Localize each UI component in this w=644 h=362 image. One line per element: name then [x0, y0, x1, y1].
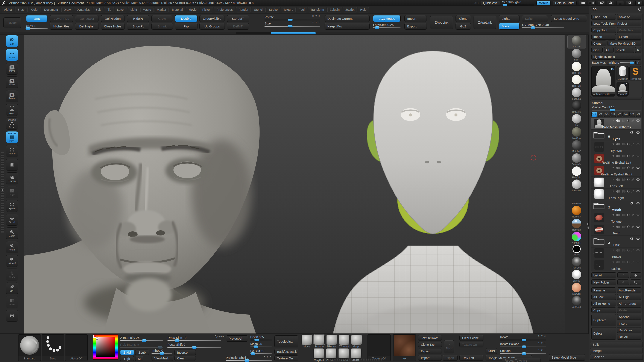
- material-reflecte[interactable]: Reflecte: [568, 101, 586, 114]
- sdiv-slider[interactable]: SDiv 1: [26, 23, 48, 29]
- paint-icon[interactable]: [631, 143, 634, 146]
- menus-toggle-button[interactable]: Menus: [536, 1, 550, 5]
- restore-config-icon[interactable]: [638, 7, 642, 11]
- uv-toggle-icon[interactable]: [622, 155, 626, 157]
- merge-down-icon[interactable]: [612, 178, 615, 181]
- menu-movie[interactable]: Movie: [186, 7, 199, 12]
- projectall-button[interactable]: ProjectAll: [226, 336, 248, 342]
- brush-preset-move[interactable]: Move: [301, 335, 312, 348]
- dock-left-icon[interactable]: [598, 1, 605, 5]
- polypaint-toggle-icon[interactable]: [616, 155, 620, 157]
- menu-document[interactable]: Document: [42, 7, 60, 12]
- simplebrush-tool-thumbnail[interactable]: SSimpleB: [630, 66, 642, 81]
- import-texture-button[interactable]: Import: [418, 355, 442, 361]
- left-tool-scale[interactable]: SScale: [6, 76, 18, 88]
- menu-edit[interactable]: Edit: [93, 7, 103, 12]
- polypaint-toggle-icon[interactable]: [616, 261, 620, 263]
- left-tool-draw[interactable]: Draw: [6, 49, 18, 61]
- duplicate-button[interactable]: Duplicate: [592, 314, 616, 327]
- zapplink2-button[interactable]: ZAppLink: [474, 16, 496, 29]
- visibility-eye-icon[interactable]: [636, 166, 640, 169]
- uv-toggle-icon[interactable]: [622, 214, 626, 216]
- subtool-down-button[interactable]: [630, 272, 642, 278]
- subtool-item-tongue[interactable]: Tongue: [592, 212, 642, 224]
- menu-material[interactable]: Material: [170, 7, 185, 12]
- merge-down-icon[interactable]: [612, 190, 615, 193]
- all-high-button[interactable]: All High: [617, 294, 642, 300]
- menu-zplugin[interactable]: Zplugin: [327, 7, 342, 12]
- left-tool-pt-sel[interactable]: Pt Sel: [6, 186, 18, 198]
- smooth-slider[interactable]: Smoothx y z: [500, 349, 546, 354]
- append-button[interactable]: Append: [617, 314, 642, 320]
- polypaint-toggle-icon[interactable]: [616, 249, 620, 252]
- menu-macro[interactable]: Macro: [140, 7, 154, 12]
- inflate-slider[interactable]: Inflatex y z: [500, 336, 546, 340]
- subtool-item-realtime-eyeball-left[interactable]: Realtime Eyeball Left: [592, 153, 642, 165]
- groupvisible-button[interactable]: GroupVisible: [200, 15, 225, 22]
- double-button[interactable]: Double: [175, 15, 198, 22]
- material-zmetal[interactable]: ZMetal: [568, 269, 586, 283]
- color-picker[interactable]: [93, 334, 118, 360]
- rgb-button[interactable]: Rgb: [120, 356, 134, 361]
- flip-v-button[interactable]: Flip V: [444, 340, 454, 354]
- menu-picker[interactable]: Picker: [200, 7, 213, 12]
- difference-icon[interactable]: [627, 143, 630, 145]
- paint-icon[interactable]: [631, 119, 634, 122]
- polypaint-toggle-icon[interactable]: [616, 214, 620, 216]
- texture-on-button[interactable]: Texture On: [274, 355, 298, 361]
- menu-zscript[interactable]: Zscript: [343, 7, 357, 12]
- material-blinn[interactable]: Blinn: [568, 114, 586, 127]
- material-zbro_m[interactable]: zbro_m: [568, 35, 586, 48]
- menu-stroke[interactable]: Stroke: [266, 7, 280, 12]
- document-canvas[interactable]: [24, 35, 564, 334]
- eye-icon[interactable]: [636, 237, 640, 240]
- menu-file[interactable]: File: [104, 7, 114, 12]
- left-tool-scroll[interactable]: Scroll: [6, 214, 18, 226]
- merge-down-icon[interactable]: [612, 249, 615, 252]
- uv-toggle-icon[interactable]: [622, 167, 626, 169]
- left-tool-actual[interactable]: Actual: [6, 241, 18, 253]
- boolean-section-header[interactable]: Boolean: [590, 354, 643, 360]
- material-bumpvie[interactable]: BumpVie: [568, 153, 586, 166]
- difference-icon[interactable]: [627, 190, 630, 193]
- hidept-button[interactable]: HidePt: [127, 15, 150, 22]
- subtool-tab-v5[interactable]: V5: [617, 112, 622, 117]
- merge-down-icon[interactable]: [612, 154, 615, 158]
- eye-icon[interactable]: [636, 202, 640, 205]
- subtool-item-lens-left[interactable]: Lens Left: [592, 177, 642, 189]
- delmt-button[interactable]: DelMT: [227, 23, 249, 29]
- difference-icon[interactable]: [627, 166, 630, 169]
- left-tool-persp[interactable]: DynamicPersp: [6, 117, 18, 129]
- delete-button[interactable]: Delete: [592, 327, 616, 340]
- left-tool-cube[interactable]: [6, 310, 18, 322]
- all-to-target-button[interactable]: All To Target: [617, 301, 642, 307]
- material-matcap[interactable]: MatCap: [568, 283, 586, 296]
- menu-help[interactable]: Help: [358, 7, 369, 12]
- goz-visible-button[interactable]: Visible: [614, 47, 634, 53]
- viewmask-button[interactable]: ViewMask: [152, 356, 173, 361]
- close-holes-button[interactable]: Close Holes: [101, 23, 125, 29]
- stroke-thumbnail[interactable]: Dots: [42, 334, 64, 361]
- uv-groups-button[interactable]: Uv Groups: [200, 23, 225, 29]
- left-tool-bpr[interactable]: BPR: [6, 282, 18, 294]
- difference-icon[interactable]: [627, 214, 630, 216]
- divide-button[interactable]: Divide: [4, 17, 21, 28]
- lower-res-button[interactable]: Lower Res: [50, 15, 73, 22]
- goz-tool-button[interactable]: GoZ: [592, 47, 602, 53]
- menu-texture[interactable]: Texture: [281, 7, 296, 12]
- left-tool-flip-v[interactable]: Flip V: [6, 269, 18, 281]
- subtool-item-lashes[interactable]: Lashes: [592, 259, 642, 271]
- setup-model-side-button[interactable]: Setup Model Side: [549, 354, 585, 361]
- import-tool-button[interactable]: Import: [592, 34, 616, 40]
- clone-txtr-button[interactable]: Clone Txtr: [418, 342, 442, 348]
- menu-color[interactable]: Color: [29, 7, 40, 12]
- left-tool-move[interactable]: MMove: [6, 63, 18, 75]
- del-lower-button[interactable]: Del Lower: [75, 15, 99, 22]
- close-icon[interactable]: ×: [636, 1, 643, 5]
- left-tool-rotate[interactable]: RRotate: [6, 90, 18, 102]
- difference-icon[interactable]: [627, 119, 630, 122]
- inverse-button[interactable]: Inverse: [174, 350, 196, 355]
- subtool-tab-v6[interactable]: V6: [623, 112, 629, 117]
- base-mesh-tool-thumbnail[interactable]: 10 Base M: [616, 82, 628, 96]
- uv-toggle-icon[interactable]: [622, 249, 626, 252]
